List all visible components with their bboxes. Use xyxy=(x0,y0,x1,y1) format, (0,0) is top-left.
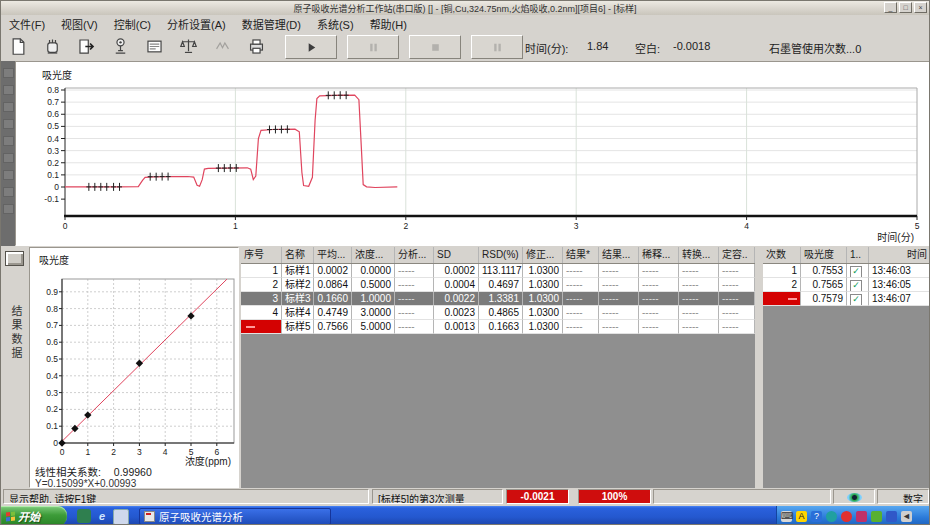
sample-cell[interactable]: ----- xyxy=(563,264,599,278)
sample-table-row-2[interactable]: 2标样20.08640.5000-----0.00040.46971.0300-… xyxy=(241,278,755,292)
sample-col-header-7[interactable]: 修正... xyxy=(523,247,563,263)
sample-cell[interactable]: 标样1 xyxy=(282,264,314,278)
sample-col-header-5[interactable]: SD xyxy=(434,247,479,263)
sample-cell[interactable]: 0.1660 xyxy=(314,292,352,306)
menu-item-1[interactable]: 视图(V) xyxy=(53,15,106,33)
sample-cell[interactable]: ----- xyxy=(599,264,639,278)
sample-cell[interactable]: 1 xyxy=(241,264,282,278)
measure-print-checkbox-cell[interactable]: ✓ xyxy=(847,278,869,292)
sample-cell[interactable]: 3 xyxy=(241,292,282,306)
print-checkbox[interactable]: ✓ xyxy=(850,266,862,278)
sample-cell[interactable]: ----- xyxy=(679,306,719,320)
sample-cell[interactable]: ----- xyxy=(395,320,434,334)
sample-cell[interactable]: 0.0013 xyxy=(434,320,479,334)
sample-cell[interactable]: 2 xyxy=(241,278,282,292)
sample-cell[interactable]: ----- xyxy=(563,306,599,320)
calibration-chart[interactable]: 00.10.20.30.40.50.60.70.80.90123456 xyxy=(30,248,238,487)
sample-cell[interactable]: 标样5 xyxy=(282,320,314,334)
sample-cell[interactable]: 1.0000 xyxy=(352,292,395,306)
measure-table-row-2[interactable]: 20.7565✓13:46:05 xyxy=(763,278,930,292)
sample-cell[interactable]: ----- xyxy=(679,320,719,334)
sample-cell[interactable]: ----- xyxy=(599,292,639,306)
measure-print-checkbox-cell[interactable]: ✓ xyxy=(847,264,869,278)
sample-col-header-4[interactable]: 分析... xyxy=(395,247,434,263)
measure-col-header-1[interactable]: 吸光度 xyxy=(801,247,847,263)
sample-cell[interactable]: 113.1117 xyxy=(479,264,523,278)
sample-col-header-8[interactable]: 结果* xyxy=(563,247,599,263)
sample-cell[interactable]: 1.0300 xyxy=(523,292,563,306)
sample-cell[interactable]: 0.4865 xyxy=(479,306,523,320)
sample-cell[interactable]: ----- xyxy=(719,292,755,306)
monitor-tray-icon[interactable] xyxy=(856,511,867,522)
sample-cell[interactable]: 0.7566 xyxy=(314,320,352,334)
measure-table-row-3[interactable]: 0.7579✓13:46:07 xyxy=(763,292,930,306)
side-tool-icon-2[interactable] xyxy=(3,102,14,112)
help-tray-icon[interactable]: ? xyxy=(811,511,822,522)
sample-cell[interactable]: ----- xyxy=(679,292,719,306)
sample-cell[interactable]: 标样2 xyxy=(282,278,314,292)
sample-cell[interactable]: 0.1663 xyxy=(479,320,523,334)
menu-item-0[interactable]: 文件(F) xyxy=(1,15,53,33)
sample-col-header-0[interactable]: 序号 xyxy=(241,247,282,263)
sample-cell[interactable]: ----- xyxy=(639,264,679,278)
sample-cell[interactable]: 0.0022 xyxy=(434,292,479,306)
side-tool-icon-3[interactable] xyxy=(3,119,14,129)
measure-cell[interactable]: 0.7565 xyxy=(801,278,847,292)
sample-table-row-4[interactable]: 4标样40.47493.0000-----0.00230.48651.0300-… xyxy=(241,306,755,320)
status-tray-icon[interactable] xyxy=(826,511,837,522)
sample-col-header-2[interactable]: 平均... xyxy=(314,247,352,263)
quicklaunch-desktop-icon[interactable] xyxy=(113,509,129,525)
sample-cell[interactable]: 0.0864 xyxy=(314,278,352,292)
start-button[interactable]: 开始 xyxy=(1,506,67,525)
side-tool-icon-7[interactable] xyxy=(3,187,14,197)
quicklaunch-ie-icon[interactable]: e xyxy=(95,509,109,523)
results-panel-icon[interactable] xyxy=(5,251,24,266)
sample-col-header-11[interactable]: 转换... xyxy=(679,247,719,263)
signal-chart[interactable]: 0.80.70.60.50.40.30.20.10-0.1012345 xyxy=(16,62,930,245)
sample-cell[interactable]: 4 xyxy=(241,306,282,320)
sample-col-header-6[interactable]: RSD(%) xyxy=(479,247,523,263)
sample-cell[interactable]: ----- xyxy=(599,306,639,320)
sample-cell[interactable]: ----- xyxy=(719,278,755,292)
measure-cell[interactable]: 13:46:05 xyxy=(869,278,930,292)
side-tool-icon-8[interactable] xyxy=(3,204,14,214)
sample-cell[interactable]: ----- xyxy=(395,306,434,320)
menu-item-2[interactable]: 控制(C) xyxy=(106,15,159,33)
sample-table-row-5[interactable]: 标样50.75665.0000-----0.00130.16631.0300--… xyxy=(241,320,755,334)
measure-col-header-3[interactable]: 时间 xyxy=(869,247,930,263)
sample-cell[interactable]: 0.5000 xyxy=(352,278,395,292)
sample-cell[interactable]: ----- xyxy=(599,278,639,292)
sample-cell[interactable]: ----- xyxy=(639,320,679,334)
sample-cell[interactable]: ----- xyxy=(719,306,755,320)
menu-item-4[interactable]: 数据管理(D) xyxy=(234,15,309,33)
measure-cell[interactable]: 0.7579 xyxy=(801,292,847,306)
antivirus-tray-icon[interactable] xyxy=(841,511,852,522)
sample-table[interactable]: 序号名称平均...浓度...分析...SDRSD(%)修正...结果*结果...… xyxy=(241,247,755,488)
sample-cell[interactable]: ----- xyxy=(679,264,719,278)
side-tool-icon-1[interactable] xyxy=(3,85,14,95)
sample-cell[interactable]: ----- xyxy=(639,292,679,306)
ime-tray-icon[interactable]: A xyxy=(796,511,807,522)
measure-col-header-2[interactable]: 1.. xyxy=(847,247,869,263)
volume-tray-icon[interactable]: ◄ xyxy=(901,511,912,522)
sample-cell[interactable]: ----- xyxy=(719,264,755,278)
sample-cell[interactable] xyxy=(241,320,282,334)
sample-cell[interactable]: ----- xyxy=(563,320,599,334)
sample-cell[interactable]: 3.0000 xyxy=(352,306,395,320)
sample-cell[interactable]: 标样4 xyxy=(282,306,314,320)
sample-col-header-9[interactable]: 结果... xyxy=(599,247,639,263)
sample-col-header-1[interactable]: 名称 xyxy=(282,247,314,263)
menu-item-3[interactable]: 分析设置(A) xyxy=(159,15,234,33)
shield-tray-icon[interactable] xyxy=(871,511,882,522)
measure-cell[interactable]: 0.7553 xyxy=(801,264,847,278)
sample-cell[interactable]: ----- xyxy=(679,278,719,292)
side-tool-icon-4[interactable] xyxy=(3,136,14,146)
measure-cell[interactable]: 1 xyxy=(763,264,801,278)
sample-cell[interactable]: 1.0300 xyxy=(523,306,563,320)
measure-cell[interactable] xyxy=(763,292,801,306)
sample-cell[interactable]: ----- xyxy=(639,278,679,292)
maximize-button[interactable]: □ xyxy=(899,2,912,13)
sample-cell[interactable]: 0.0002 xyxy=(314,264,352,278)
sample-cell[interactable]: 1.3381 xyxy=(479,292,523,306)
side-tool-icon-0[interactable] xyxy=(3,68,14,78)
